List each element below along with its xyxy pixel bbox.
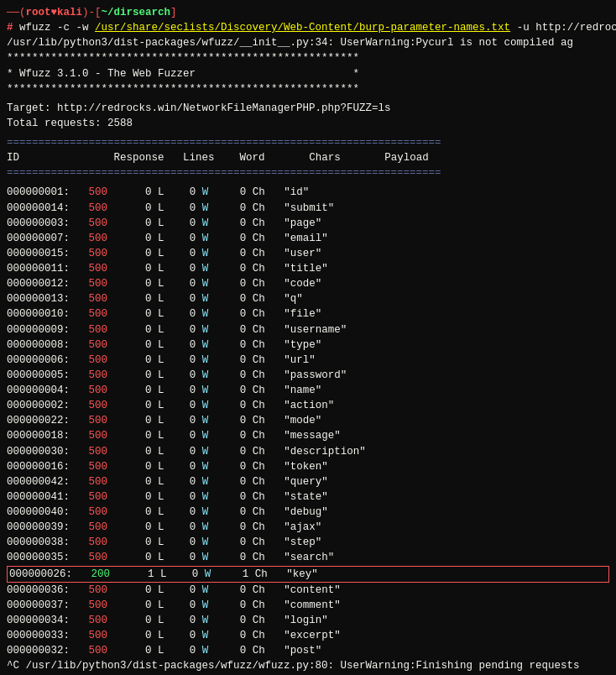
cell-response: 500 <box>89 248 108 259</box>
cell-word-w: W <box>202 400 209 411</box>
cell-payload: "user" <box>284 248 321 259</box>
cell-lines-l: L <box>160 568 167 580</box>
cell-word-w: W <box>202 248 209 259</box>
cell-lines-num: 0 <box>145 506 152 518</box>
cell-id: 000000005: <box>7 369 70 381</box>
table-row: 000000004: 500 0 L 0 W 0 Ch "name" <box>7 383 609 398</box>
rows-container: 000000001: 500 0 L 0 W 0 Ch "id"00000001… <box>7 185 609 658</box>
cell-lines-l: L <box>158 400 164 411</box>
cell-payload: "q" <box>284 293 303 305</box>
col-word-header: Word <box>240 152 265 164</box>
cell-payload: "post" <box>284 645 321 657</box>
cell-chars-ch: Ch <box>253 584 265 596</box>
table-row: 000000037: 500 0 L 0 W 0 Ch "comment" <box>7 598 609 613</box>
cell-response: 500 <box>89 615 108 626</box>
cell-word-w: W <box>202 521 209 533</box>
cell-chars-num: 0 <box>240 552 247 563</box>
cell-response: 500 <box>89 476 108 488</box>
table-row: 000000016: 500 0 L 0 W 0 Ch "token" <box>7 459 609 474</box>
cell-payload: "debug" <box>284 506 328 518</box>
cell-chars-ch: Ch <box>253 186 265 198</box>
cell-word-num: 0 <box>190 385 196 396</box>
cell-lines-num: 0 <box>145 233 152 244</box>
cell-response: 500 <box>89 278 108 290</box>
cell-response: 200 <box>91 568 111 580</box>
cell-word-w: W <box>202 339 209 351</box>
cell-word-w: W <box>202 233 209 244</box>
cell-lines-num: 0 <box>145 476 152 488</box>
cell-lines-num: 0 <box>145 278 152 290</box>
cell-id: 000000026: <box>9 568 72 580</box>
cell-response: 500 <box>89 584 108 596</box>
cell-chars-num: 0 <box>240 354 247 366</box>
table-row: 000000006: 500 0 L 0 W 0 Ch "url" <box>7 353 609 368</box>
bracket-right2: ] <box>170 7 177 18</box>
table-row: 000000042: 500 0 L 0 W 0 Ch "query" <box>7 474 609 489</box>
cell-word-w: W <box>202 430 209 442</box>
cell-word-num: 0 <box>190 233 196 244</box>
cell-id: 000000001: <box>7 186 70 198</box>
terminal-window: ──(root♥kali)-[~/dirsearch] # wfuzz -c -… <box>0 0 616 675</box>
cell-lines-l: L <box>158 506 164 518</box>
cell-word-w: W <box>202 506 209 518</box>
cell-chars-ch: Ch <box>253 506 265 518</box>
cell-lines-l: L <box>158 599 164 611</box>
cell-word-num: 0 <box>190 552 196 563</box>
cell-word-num: 0 <box>190 645 196 657</box>
cell-payload: "url" <box>284 354 316 366</box>
cell-lines-l: L <box>158 584 164 596</box>
cell-word-num: 0 <box>190 584 196 596</box>
col-chars-header: Chars <box>309 152 341 164</box>
cell-chars-ch: Ch <box>253 430 265 442</box>
cell-word-num: 0 <box>190 446 196 458</box>
cell-word-w: W <box>202 217 209 229</box>
cell-lines-num: 0 <box>145 630 152 641</box>
cell-lines-l: L <box>158 536 164 548</box>
cell-word-num: 0 <box>190 430 196 442</box>
user-host: root♥kali <box>26 7 83 18</box>
cmd-url: ://redrocks.win/NetworkFileManagerPHP.ph… <box>561 22 616 34</box>
cell-lines-num: 0 <box>145 645 152 657</box>
cell-lines-l: L <box>158 491 164 503</box>
cell-chars-ch: Ch <box>253 354 265 366</box>
cell-chars-num: 0 <box>240 415 247 426</box>
cell-word-num: 0 <box>190 324 196 336</box>
cmd-wordlist: /usr/share/seclists/Discovery/Web-Conten… <box>95 22 510 34</box>
cell-lines-num: 0 <box>145 400 152 411</box>
cell-payload: "state" <box>284 491 328 503</box>
cell-lines-l: L <box>158 645 164 657</box>
cell-word-num: 0 <box>190 506 196 518</box>
cell-chars-num: 0 <box>240 584 247 596</box>
cell-chars-ch: Ch <box>253 400 265 411</box>
cell-chars-ch: Ch <box>253 293 265 305</box>
cell-word-num: 0 <box>190 615 196 626</box>
cell-lines-l: L <box>158 430 164 442</box>
cell-lines-num: 0 <box>145 430 152 442</box>
cell-response: 500 <box>89 446 108 458</box>
cell-lines-num: 0 <box>145 369 152 381</box>
cell-response: 500 <box>89 385 108 396</box>
cell-chars-ch: Ch <box>253 202 265 214</box>
cell-lines-l: L <box>158 521 164 533</box>
cell-lines-l: L <box>158 233 164 244</box>
cell-id: 000000015: <box>7 248 70 259</box>
cell-chars-num: 0 <box>240 278 247 290</box>
cell-id: 000000002: <box>7 400 70 411</box>
cell-chars-num: 0 <box>240 339 247 351</box>
cell-id: 000000016: <box>7 461 70 473</box>
cell-payload: "username" <box>284 324 347 336</box>
table-row: 000000013: 500 0 L 0 W 0 Ch "q" <box>7 291 609 306</box>
cell-chars-num: 0 <box>240 248 247 259</box>
cell-word-num: 0 <box>190 186 196 198</box>
cell-id: 000000038: <box>7 536 70 548</box>
cell-response: 500 <box>89 202 108 214</box>
cell-payload: "email" <box>284 233 328 244</box>
cell-chars-ch: Ch <box>253 476 265 488</box>
cell-word-w: W <box>202 599 209 611</box>
hash: # <box>7 22 19 34</box>
cell-word-w: W <box>202 202 209 214</box>
cell-word-w: W <box>202 615 209 626</box>
cell-lines-num: 0 <box>145 324 152 336</box>
cell-word-num: 0 <box>190 248 196 259</box>
cell-id: 000000033: <box>7 630 70 641</box>
